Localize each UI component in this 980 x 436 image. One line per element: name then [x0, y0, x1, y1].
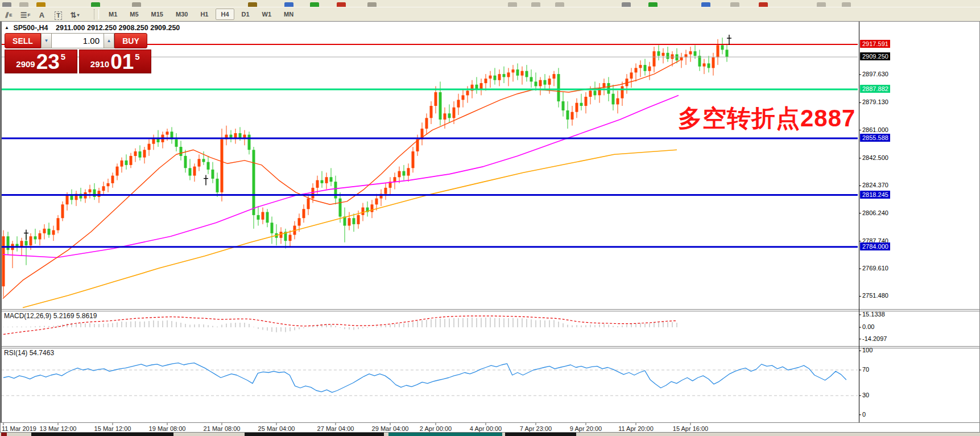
slow-ma-line — [23, 150, 677, 307]
rsi-tick-label: 100 — [862, 347, 873, 353]
volume-decrease-button[interactable]: ▼ — [41, 33, 52, 48]
rsi-tick-label: 30 — [862, 392, 869, 398]
price-tick-label: 2806.240 — [862, 209, 888, 216]
minimized-window-fragment[interactable] — [388, 433, 502, 436]
fast-ma-line — [3, 60, 680, 298]
chart-text-annotation: 多空转折点2887 — [678, 102, 855, 134]
date-label: 15 Apr 16:00 — [673, 425, 708, 432]
date-label: 27 Mar 04:00 — [317, 425, 354, 432]
price-badge: 2909.250 — [860, 52, 890, 60]
minimized-window-fragment[interactable] — [505, 433, 576, 436]
price-tick-label: 2879.130 — [862, 98, 888, 105]
date-label: 11 Apr 20:00 — [618, 425, 654, 432]
date-label: 2 Apr 00:00 — [420, 425, 452, 432]
rsi-tick-label: 0 — [862, 411, 866, 418]
date-label: 15 Mar 12:00 — [94, 425, 131, 432]
macd-indicator-label: MACD(12,26,9) 5.2169 5.8619 — [4, 312, 97, 320]
buy-price-big: 01 — [110, 52, 134, 71]
sell-price-big: 23 — [36, 52, 60, 71]
price-badge: 2784.000 — [860, 242, 890, 250]
price-tick-label: 2751.480 — [862, 292, 888, 299]
macd-signal-line — [3, 316, 677, 334]
price-tick-label: 2842.500 — [862, 154, 888, 161]
price-tick-label: 2824.370 — [862, 182, 888, 188]
buy-price-prefix: 2910 — [90, 59, 109, 69]
collapse-arrow-icon[interactable]: ▲ — [5, 25, 9, 30]
date-label: 19 Mar 08:00 — [149, 425, 186, 432]
rsi-line — [3, 363, 846, 393]
price-tick-label: 2861.000 — [862, 126, 888, 133]
macd-tick-label: -14.2097 — [862, 335, 887, 342]
date-label: 4 Apr 00:00 — [470, 425, 502, 432]
buy-price-tile[interactable]: 2910015 — [79, 50, 152, 73]
date-label: 29 Mar 04:00 — [372, 425, 409, 432]
rsi-indicator-label: RSI(14) 54.7463 — [4, 349, 54, 357]
sell-price-sup: 5 — [61, 52, 65, 61]
date-label: 9 Apr 20:00 — [570, 425, 602, 432]
price-tick-label: 2897.630 — [862, 71, 888, 77]
macd-tick-label: 15.1338 — [862, 311, 885, 318]
price-badge: 2855.588 — [860, 134, 890, 142]
date-label: 21 Mar 08:00 — [204, 425, 241, 432]
triangle-up-icon: ▲ — [107, 38, 111, 43]
date-label: 7 Apr 23:00 — [520, 425, 552, 432]
date-label: 11 Mar 2019 — [2, 425, 36, 432]
date-label: 13 Mar 12:00 — [40, 425, 77, 432]
macd-layer — [3, 316, 677, 334]
buy-price-sup: 5 — [135, 52, 139, 61]
buy-button[interactable]: BUY — [114, 33, 147, 48]
candles-layer — [2, 38, 729, 297]
clipped-bottom-strip — [0, 433, 980, 436]
price-badge: 2887.882 — [860, 85, 890, 93]
triangle-down-icon: ▼ — [44, 38, 49, 43]
minimized-window-fragment[interactable] — [31, 433, 173, 436]
medium-ma-line — [3, 95, 679, 257]
sell-button[interactable]: SELL — [5, 33, 41, 48]
volume-increase-button[interactable]: ▲ — [104, 33, 114, 48]
minimized-window-fragment[interactable] — [245, 433, 384, 436]
ohlc-values: 2911.000 2912.250 2908.250 2909.250 — [56, 24, 180, 32]
minimized-window-fragment[interactable] — [1, 433, 7, 436]
price-badge: 2818.245 — [860, 191, 890, 199]
chart-title: ▲ SP500-,H4 2911.000 2912.250 2908.250 2… — [5, 24, 180, 32]
price-tick-label: 2769.610 — [862, 265, 888, 272]
date-label: 25 Mar 04:00 — [258, 425, 295, 432]
one-click-trading-panel: SELL ▼ 1.00 ▲ BUY 2909235 2910015 — [5, 33, 151, 73]
macd-tick-label: 0.00 — [862, 323, 874, 330]
symbol-period-label: SP500-,H4 — [13, 24, 48, 32]
sell-price-tile[interactable]: 2909235 — [5, 50, 77, 73]
price-badge: 2917.591 — [860, 40, 890, 48]
sell-price-prefix: 2909 — [16, 59, 35, 69]
rsi-tick-label: 70 — [862, 366, 869, 373]
volume-input[interactable]: 1.00 — [52, 33, 104, 48]
